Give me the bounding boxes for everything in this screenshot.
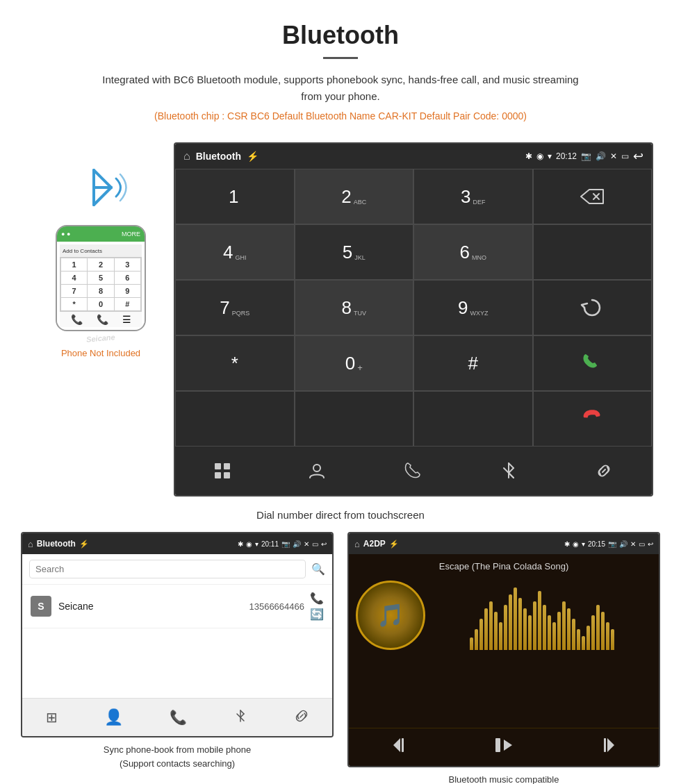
dialpad-key-1[interactable]: 1: [61, 258, 87, 271]
svg-marker-26: [607, 738, 614, 752]
dialpad-key-9[interactable]: 9: [115, 285, 140, 297]
svg-rect-23: [402, 738, 404, 752]
dialpad-key-star[interactable]: *: [61, 298, 87, 310]
prev-track-button[interactable]: [391, 735, 410, 759]
car-key-6[interactable]: 6MNO: [413, 224, 533, 280]
pb-grid-icon[interactable]: ⊞: [46, 709, 58, 726]
link-icon[interactable]: [594, 461, 614, 481]
dialpad-key-7[interactable]: 7: [61, 285, 87, 297]
vis-bar: [543, 605, 546, 650]
dialpad-key-4[interactable]: 4: [61, 272, 87, 284]
pb-bt-bottom-icon[interactable]: [233, 709, 247, 726]
pb-close-icon[interactable]: ✕: [304, 540, 309, 548]
dialpad-key-8[interactable]: 8: [88, 285, 113, 297]
dialpad-key-0[interactable]: 0: [88, 298, 113, 310]
phone-call-icon[interactable]: 📞: [97, 314, 108, 325]
music-close-icon[interactable]: ✕: [630, 540, 636, 548]
phone-end-call-icon[interactable]: 📞: [71, 314, 83, 325]
pb-refresh-side-icon[interactable]: 🔄: [310, 608, 324, 621]
car-key-8[interactable]: 8TUV: [295, 280, 414, 335]
pb-win-icon[interactable]: ▭: [312, 540, 318, 548]
camera-icon: 📷: [581, 151, 591, 161]
vis-bar: [582, 636, 585, 650]
pb-vol-icon: 🔊: [293, 540, 301, 548]
pb-empty-area: [22, 628, 332, 698]
dialpad-key-hash[interactable]: #: [115, 298, 140, 310]
vis-bar: [572, 619, 575, 650]
contacts-icon[interactable]: [307, 461, 327, 481]
car-key-3[interactable]: 3DEF: [413, 169, 533, 224]
dialpad-key-6[interactable]: 6: [115, 272, 140, 284]
music-main-area: 🎵: [349, 577, 659, 657]
phone-menu-icon[interactable]: ☰: [122, 314, 131, 325]
pb-user-icon[interactable]: 👤: [104, 708, 123, 726]
car-end-call-cell[interactable]: [533, 391, 653, 447]
music-status-right: ✱ ◉ ▾ 20:15 📷 🔊 ✕ ▭ ↩: [564, 540, 653, 548]
close-icon[interactable]: ✕: [610, 151, 617, 161]
pb-home-icon[interactable]: ⌂: [28, 539, 33, 549]
music-usb-icon: ⚡: [389, 540, 399, 549]
pb-back-icon[interactable]: ↩: [321, 540, 327, 548]
page-header: Bluetooth Integrated with BC6 Bluetooth …: [0, 0, 681, 142]
vis-bar: [479, 619, 483, 650]
car-key-star[interactable]: *: [175, 335, 295, 391]
car-key-2[interactable]: 2ABC: [295, 169, 414, 224]
pb-bottom-icons-bar: ⊞ 👤 📞: [22, 698, 332, 736]
car-key-5[interactable]: 5JKL: [295, 224, 414, 280]
bluetooth-icon-wrapper: [73, 163, 129, 215]
music-note-icon: 🎵: [377, 602, 404, 628]
backspace-icon[interactable]: [580, 187, 605, 206]
home-icon[interactable]: ⌂: [183, 150, 190, 162]
car-backspace-cell: [533, 169, 653, 224]
bluetooth-bottom-icon[interactable]: [499, 461, 518, 481]
pb-contact-row[interactable]: S Seicane 13566664466 📞 🔄: [22, 585, 332, 628]
next-track-button[interactable]: [598, 735, 617, 759]
music-back-icon[interactable]: ↩: [648, 540, 653, 548]
pb-link-icon[interactable]: [294, 708, 309, 727]
dialpad-key-5[interactable]: 5: [88, 272, 113, 284]
car-key-4[interactable]: 4GHI: [175, 224, 295, 280]
empty-cell-2: [295, 391, 414, 447]
pb-caption: Sync phone-book from mobile phone (Suppo…: [104, 743, 251, 770]
car-key-hash[interactable]: #: [413, 335, 533, 391]
back-icon[interactable]: ↩: [633, 149, 643, 164]
music-loc-icon: ◉: [573, 540, 579, 548]
phone-dialpad: 1 2 3 4 5 6 7 8 9 * 0 #: [60, 257, 142, 312]
car-key-1[interactable]: 1: [175, 169, 295, 224]
grid-icon[interactable]: [213, 462, 231, 480]
dialpad-key-3[interactable]: 3: [115, 258, 140, 271]
pb-call-side-icon[interactable]: 📞: [310, 592, 324, 605]
car-refresh-cell[interactable]: [533, 280, 653, 335]
music-screen: ⌂ A2DP ⚡ ✱ ◉ ▾ 20:15 📷 🔊 ✕ ▭ ↩ Escape (: [347, 532, 660, 767]
pb-cam-icon: 📷: [281, 540, 290, 548]
window-icon[interactable]: ▭: [621, 151, 629, 161]
vis-bar: [567, 608, 571, 650]
music-home-icon[interactable]: ⌂: [354, 539, 360, 549]
main-dial-area: ● ● MORE Add to Contacts 1 2 3 4 5 6 7 8…: [0, 142, 681, 497]
car-key-9[interactable]: 9WXYZ: [413, 280, 533, 335]
pb-search-input[interactable]: [29, 560, 306, 578]
refresh-icon: [580, 296, 604, 319]
vis-bar: [586, 626, 590, 650]
header-description: Integrated with BC6 Bluetooth module, su…: [97, 72, 584, 105]
divider: [323, 57, 358, 59]
dialpad-key-2[interactable]: 2: [88, 258, 113, 271]
svg-rect-24: [495, 738, 500, 752]
vis-bar: [504, 605, 507, 650]
car-key-7[interactable]: 7PQRS: [175, 280, 295, 335]
svg-rect-27: [604, 738, 606, 752]
music-content: Escape (The Pina Colada Song) 🎵: [349, 554, 659, 728]
pb-bt-icon-svg: [233, 709, 247, 723]
location-icon: ◉: [536, 151, 543, 161]
play-pause-button[interactable]: [493, 734, 515, 760]
car-key-0[interactable]: 0+: [295, 335, 414, 391]
music-caption: Bluetooth music compatible (Support disp…: [437, 773, 571, 784]
phone-icon[interactable]: [403, 461, 422, 481]
music-win-icon[interactable]: ▭: [639, 540, 645, 548]
pb-phone-icon[interactable]: 📞: [170, 709, 187, 726]
svg-line-0: [94, 170, 111, 187]
car-call-cell[interactable]: [533, 335, 653, 391]
pb-status-right: ✱ ◉ ▾ 20:11 📷 🔊 ✕ ▭ ↩: [238, 540, 327, 548]
pb-search-icon[interactable]: 🔍: [311, 562, 325, 576]
svg-line-12: [509, 468, 514, 473]
